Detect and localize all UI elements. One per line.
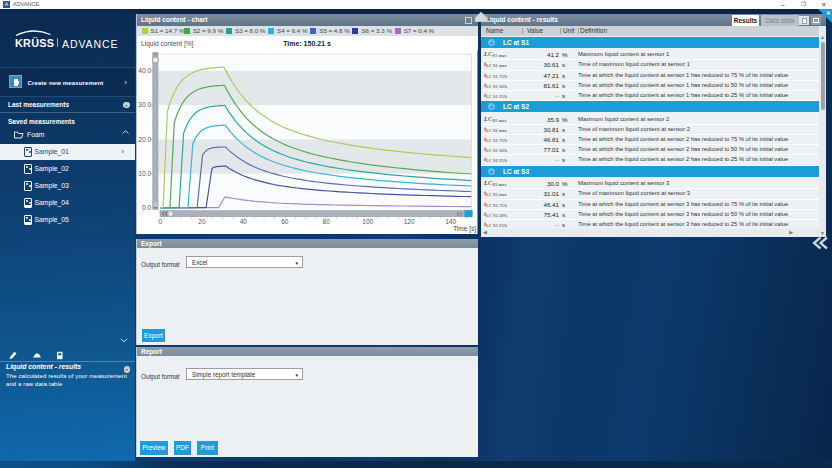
svg-text:140: 140: [445, 218, 456, 225]
svg-text:40.0: 40.0: [138, 67, 151, 74]
svg-text:20.0: 20.0: [138, 136, 151, 143]
svg-text:0: 0: [159, 218, 163, 225]
svg-text:100: 100: [362, 218, 373, 225]
svg-text:0.0: 0.0: [142, 204, 151, 211]
svg-text:10.0: 10.0: [138, 170, 151, 177]
svg-text:Time [s]: Time [s]: [453, 225, 476, 233]
svg-text:30.0: 30.0: [138, 101, 151, 108]
svg-text:40: 40: [240, 218, 248, 225]
svg-text:80: 80: [323, 218, 331, 225]
svg-text:120: 120: [404, 218, 415, 225]
svg-text:20: 20: [198, 218, 206, 225]
svg-text:60: 60: [281, 218, 289, 225]
